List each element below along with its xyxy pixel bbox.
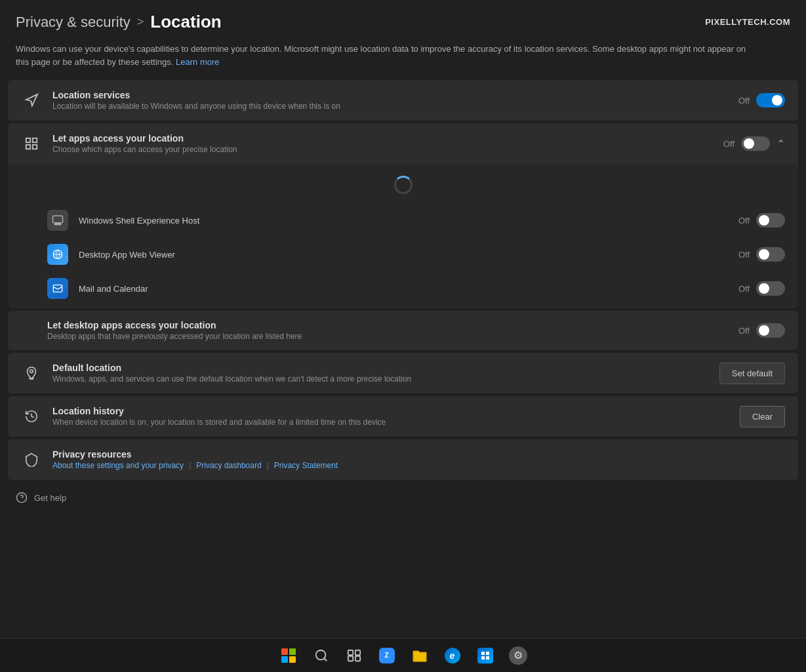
taskbar-file-explorer[interactable]	[405, 641, 434, 670]
default-location-desc: Windows, apps, and services can use the …	[52, 374, 709, 384]
svg-point-10	[30, 370, 33, 373]
mail-calendar-control: Off	[738, 281, 785, 296]
location-history-desc: When device location is on, your locatio…	[52, 418, 729, 427]
svg-rect-7	[55, 224, 61, 225]
about-settings-link[interactable]: About these settings and your privacy	[52, 461, 184, 470]
spinner-graphic	[394, 176, 413, 194]
let-apps-access-toggle[interactable]	[741, 136, 770, 151]
windows-shell-toggle[interactable]	[756, 213, 785, 227]
let-apps-access-title: Let apps access your location	[52, 133, 713, 144]
location-services-control: Off	[738, 93, 785, 108]
get-help-label[interactable]: Get help	[34, 493, 66, 503]
let-desktop-apps-title: Let desktop apps access your location	[47, 320, 728, 330]
windows-shell-state: Off	[738, 216, 750, 226]
taskbar-store[interactable]	[471, 641, 500, 670]
windows-logo-icon	[281, 648, 296, 663]
let-apps-access-state: Off	[723, 139, 735, 149]
loading-spinner	[8, 167, 798, 203]
default-location-icon	[21, 363, 42, 384]
let-desktop-apps-toggle[interactable]	[756, 323, 785, 338]
breadcrumb: Privacy & security > Location	[16, 12, 222, 32]
privacy-resources-text: Privacy resources About these settings a…	[52, 449, 785, 470]
svg-rect-3	[26, 145, 30, 149]
svg-marker-0	[26, 94, 37, 106]
svg-rect-17	[355, 656, 359, 660]
taskbar-settings[interactable]: ⚙	[504, 641, 533, 670]
default-location-title: Default location	[52, 363, 709, 373]
desktop-web-viewer-control: Off	[738, 247, 785, 262]
privacy-links: About these settings and your privacy | …	[52, 461, 785, 470]
location-services-toggle[interactable]	[756, 93, 785, 108]
settings-container: Location services Location will be avail…	[0, 80, 806, 480]
separator-1: |	[189, 461, 191, 470]
taskbar-zoom[interactable]: Z	[373, 641, 401, 670]
privacy-resources-title: Privacy resources	[52, 449, 785, 460]
breadcrumb-privacy[interactable]: Privacy & security	[16, 14, 131, 31]
windows-shell-icon	[47, 210, 68, 231]
store-icon	[477, 648, 493, 663]
location-services-title: Location services	[52, 90, 728, 100]
svg-rect-16	[348, 656, 352, 660]
mail-calendar-state: Off	[738, 284, 750, 294]
breadcrumb-location: Location	[150, 12, 221, 32]
app-row-desktop-web-viewer: Desktop App Web Viewer Off	[8, 237, 798, 271]
taskbar-task-view[interactable]	[340, 641, 369, 670]
mail-calendar-name: Mail and Calendar	[79, 284, 728, 294]
let-desktop-apps-desc: Desktop apps that have previously access…	[47, 332, 728, 341]
location-history-control: Clear	[740, 406, 785, 427]
location-services-desc: Location will be available to Windows an…	[52, 102, 728, 111]
let-apps-access-text: Let apps access your location Choose whi…	[52, 133, 713, 154]
location-services-text: Location services Location will be avail…	[52, 90, 728, 111]
svg-rect-4	[33, 145, 37, 149]
desktop-web-viewer-name: Desktop App Web Viewer	[79, 250, 728, 260]
svg-rect-5	[53, 216, 63, 223]
search-icon	[314, 648, 329, 663]
set-default-button[interactable]: Set default	[719, 363, 785, 384]
location-history-row: Location history When device location is…	[8, 396, 798, 437]
default-location-control: Set default	[719, 363, 785, 384]
breadcrumb-separator: >	[137, 15, 144, 29]
taskbar-start[interactable]	[274, 641, 303, 670]
page-description: Windows can use your device's capabiliti…	[0, 39, 774, 80]
svg-rect-14	[348, 650, 352, 654]
svg-rect-1	[26, 138, 30, 142]
edge-icon: e	[445, 648, 460, 663]
learn-more-link[interactable]: Learn more	[176, 57, 219, 67]
privacy-resources-row: Privacy resources About these settings a…	[8, 439, 798, 480]
desktop-web-viewer-icon	[47, 244, 68, 265]
windows-shell-control: Off	[738, 213, 785, 227]
let-apps-access-chevron[interactable]: ⌃	[776, 138, 785, 150]
zoom-icon: Z	[379, 648, 395, 663]
top-bar: Privacy & security > Location PIXELLYTEC…	[0, 0, 806, 39]
svg-point-13	[315, 650, 325, 660]
location-history-text: Location history When device location is…	[52, 406, 729, 427]
taskbar-search[interactable]	[307, 641, 336, 670]
get-help-row[interactable]: Get help	[0, 483, 806, 513]
app-row-windows-shell: Windows Shell Experience Host Off	[8, 203, 798, 237]
task-view-icon	[347, 648, 361, 663]
desktop-web-viewer-state: Off	[738, 250, 750, 260]
separator-2: |	[267, 461, 269, 470]
windows-shell-name: Windows Shell Experience Host	[79, 216, 728, 226]
clear-button[interactable]: Clear	[740, 406, 785, 427]
watermark: PIXELLYTECH.COM	[705, 17, 790, 27]
mail-calendar-toggle[interactable]	[756, 281, 785, 296]
svg-rect-15	[355, 650, 359, 654]
let-desktop-apps-row: Let desktop apps access your location De…	[8, 311, 798, 350]
location-history-title: Location history	[52, 406, 729, 416]
apps-sub-rows: Windows Shell Experience Host Off Deskto…	[8, 164, 798, 308]
taskbar-edge[interactable]: e	[438, 641, 467, 670]
location-services-row: Location services Location will be avail…	[8, 80, 798, 121]
let-apps-access-control: Off ⌃	[723, 136, 785, 151]
location-services-state: Off	[738, 96, 750, 106]
privacy-dashboard-link[interactable]: Privacy dashboard	[196, 461, 261, 470]
desktop-web-viewer-toggle[interactable]	[756, 247, 785, 262]
svg-rect-9	[53, 285, 62, 292]
mail-calendar-icon	[47, 278, 68, 299]
apps-icon	[21, 133, 42, 154]
app-row-mail-calendar: Mail and Calendar Off	[8, 271, 798, 306]
location-icon	[21, 90, 42, 111]
taskbar: Z e ⚙	[0, 638, 806, 672]
let-desktop-apps-control: Off	[738, 323, 785, 338]
privacy-statement-link[interactable]: Privacy Statement	[274, 461, 338, 470]
